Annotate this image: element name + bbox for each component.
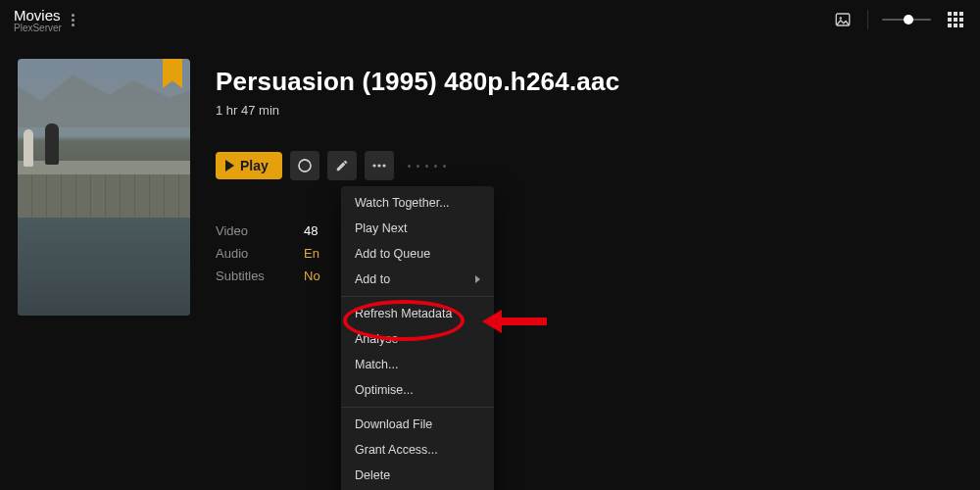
svg-line-5 (301, 163, 308, 170)
grid-view-icon[interactable] (945, 9, 966, 30)
svg-point-7 (377, 164, 380, 167)
edit-button[interactable] (327, 151, 357, 180)
zoom-slider[interactable] (882, 19, 931, 21)
movie-details: Persuasion (1995) 480p.h264.aac 1 hr 47 … (216, 59, 980, 316)
top-right-controls (832, 9, 966, 30)
menu-watch-together[interactable]: Watch Together... (341, 190, 494, 216)
library-options-icon[interactable] (72, 14, 74, 26)
audio-label: Audio (216, 246, 304, 261)
main-content: Persuasion (1995) 480p.h264.aac 1 hr 47 … (0, 39, 980, 316)
svg-point-8 (382, 164, 385, 167)
action-row: Play Watch Together... Play Next Add to … (216, 151, 980, 180)
menu-refresh-metadata[interactable]: Refresh Metadata (341, 301, 494, 326)
menu-download-file[interactable]: Download File (341, 412, 494, 437)
svg-point-6 (372, 164, 375, 167)
menu-match[interactable]: Match... (341, 352, 494, 377)
rating-dots (408, 165, 446, 168)
menu-optimise[interactable]: Optimise... (341, 377, 494, 403)
more-menu: Watch Together... Play Next Add to Queue… (341, 186, 494, 490)
play-button[interactable]: Play (216, 152, 282, 179)
top-bar: Movies PlexServer (0, 0, 980, 39)
mark-played-button[interactable] (290, 151, 319, 180)
image-icon[interactable] (832, 9, 854, 30)
metadata-grid: Video 48 Audio En Subtitles No (216, 223, 980, 283)
menu-grant-access[interactable]: Grant Access... (341, 437, 494, 463)
menu-add-to[interactable]: Add to (341, 267, 494, 292)
play-icon (225, 160, 234, 172)
library-title: Movies (14, 7, 62, 24)
subtitles-label: Subtitles (216, 269, 304, 283)
menu-analyse[interactable]: Analyse (341, 326, 494, 352)
svg-line-3 (301, 162, 309, 170)
movie-poster[interactable] (18, 59, 190, 316)
server-name: PlexServer (14, 23, 62, 33)
submenu-caret-icon (475, 275, 480, 283)
library-header[interactable]: Movies PlexServer (14, 7, 62, 33)
menu-add-to-queue[interactable]: Add to Queue (341, 241, 494, 267)
bookmark-icon (163, 59, 182, 88)
movie-title: Persuasion (1995) 480p.h264.aac (216, 67, 980, 97)
menu-delete[interactable]: Delete (341, 463, 494, 488)
divider (867, 10, 868, 29)
svg-point-1 (840, 17, 842, 19)
video-label: Video (216, 223, 304, 238)
play-label: Play (240, 158, 269, 173)
menu-separator (341, 407, 494, 408)
svg-point-4 (299, 160, 311, 172)
movie-duration: 1 hr 47 min (216, 103, 980, 118)
menu-play-next[interactable]: Play Next (341, 216, 494, 241)
more-button[interactable] (365, 151, 394, 180)
menu-separator (341, 296, 494, 297)
